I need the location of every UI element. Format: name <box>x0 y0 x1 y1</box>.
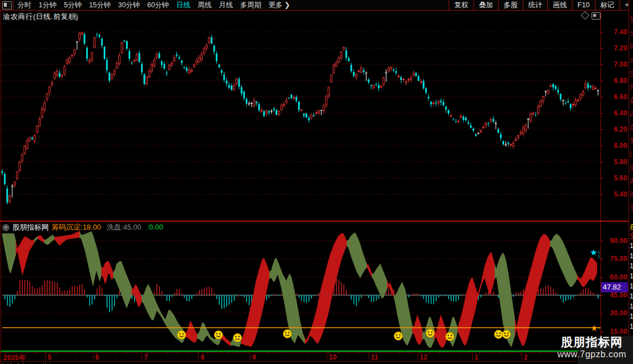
smiley-signal-icon <box>495 330 503 339</box>
week-tick <box>389 353 389 354</box>
week-tick <box>500 353 500 354</box>
clipped-glyph: 手 <box>630 204 633 213</box>
month-divider <box>417 352 418 362</box>
price-label-7.40: 7.40 <box>603 28 627 36</box>
week-tick <box>338 353 339 354</box>
button-多股[interactable]: 多股 <box>498 0 523 10</box>
tab-1分钟[interactable]: 1分钟 <box>39 0 57 10</box>
price-label-7.00: 7.00 <box>603 60 627 68</box>
week-tick <box>258 353 258 354</box>
clipped-glyph: 交 <box>630 69 633 78</box>
week-tick <box>137 353 137 354</box>
clipped-glyph: 换 <box>630 190 633 199</box>
price-label-6.80: 6.80 <box>603 77 627 85</box>
price-label-7.20: 7.20 <box>603 44 627 52</box>
tab-15分钟[interactable]: 15分钟 <box>89 0 111 10</box>
month-divider <box>142 352 142 362</box>
price-label-6.20: 6.20 <box>603 125 627 133</box>
clipped-glyph: 1 <box>630 323 633 332</box>
month-divider <box>198 352 199 362</box>
clipped-glyph: 比 <box>630 150 633 159</box>
indicator-label-60.00: 60.00 <box>603 273 627 281</box>
clipped-right-panel: 势分时成交外盘内盘量比委差换手自交111111111 <box>629 0 633 364</box>
tab-周线[interactable]: 周线 <box>198 0 212 10</box>
week-tick <box>26 353 26 354</box>
trading-terminal-window: 分时1分钟5分钟15分钟30分钟60分钟日线周线月线多周期更多 ❯ 复权叠加多股… <box>0 0 633 364</box>
week-tick <box>238 353 238 354</box>
button-F10[interactable]: F10 <box>572 0 595 10</box>
week-tick <box>409 353 409 354</box>
clipped-glyph: 1 <box>630 312 633 321</box>
tab-日线[interactable]: 日线 <box>176 0 190 10</box>
week-tick <box>540 353 541 354</box>
week-tick <box>278 353 278 354</box>
smiley-signal-icon <box>178 331 186 339</box>
indicator-tick <box>601 259 603 259</box>
split-screen-icon[interactable] <box>2 1 12 10</box>
week-tick <box>308 353 309 354</box>
tab-5分钟[interactable]: 5分钟 <box>64 0 82 10</box>
indicator-tick <box>601 295 603 296</box>
star-note: » <box>598 326 601 330</box>
tab-more[interactable]: 更多 ❯ <box>268 0 290 10</box>
price-tick <box>601 113 603 114</box>
indicator-label-90.00: 90.00 <box>603 237 627 245</box>
tab-30分钟[interactable]: 30分钟 <box>118 0 140 10</box>
clipped-glyph: 时 <box>630 43 633 52</box>
price-tick <box>601 81 603 81</box>
clipped-glyph: 分 <box>630 29 633 38</box>
indicator-tick <box>601 277 603 278</box>
toolbar-right-buttons: 复权叠加多股统计画线F10标记+自选返回 <box>449 0 633 10</box>
month-label-9: 9 <box>252 353 256 361</box>
clipped-glyph: 1 <box>630 252 633 261</box>
tab-月线[interactable]: 月线 <box>219 0 233 10</box>
month-label-6: 6 <box>95 353 99 361</box>
month-divider <box>522 352 522 362</box>
week-tick <box>359 353 359 354</box>
star-note: L <box>598 250 601 254</box>
week-tick <box>590 353 591 354</box>
clipped-glyph: 外 <box>630 83 633 92</box>
candlestick-chart[interactable] <box>1 10 601 221</box>
button-画线[interactable]: 画线 <box>547 0 572 10</box>
watermark-site-name: 股朋指标网 <box>551 335 633 349</box>
indicator-label-45.00: 45.00 <box>603 291 627 299</box>
button-统计[interactable]: 统计 <box>523 0 547 10</box>
week-tick <box>96 353 97 354</box>
panel-divider[interactable] <box>0 221 633 222</box>
button-叠加[interactable]: 叠加 <box>473 0 498 10</box>
star-note: L <box>598 254 601 258</box>
date-axis[interactable] <box>0 352 629 362</box>
price-tick <box>601 162 603 162</box>
week-tick <box>490 353 490 354</box>
indicator-tick <box>601 241 603 241</box>
price-label-5.80: 5.80 <box>603 158 627 166</box>
indicator-label-75.00: 75.00 <box>603 255 627 263</box>
week-tick <box>46 353 46 354</box>
week-tick <box>480 353 480 354</box>
week-tick <box>288 353 288 354</box>
clipped-glyph: 1 <box>630 262 633 271</box>
smiley-signal-icon <box>502 330 511 339</box>
price-tick <box>601 97 603 97</box>
month-label-1: 1 <box>474 353 478 361</box>
month-divider <box>93 352 94 362</box>
price-tick <box>601 32 603 32</box>
price-tick <box>601 64 603 65</box>
tab-60分钟[interactable]: 60分钟 <box>147 0 169 10</box>
button-标记[interactable]: 标记 <box>595 0 620 10</box>
indicator-tick <box>601 332 603 332</box>
month-label-11: 11 <box>371 353 378 361</box>
watermark-url: www.7gpzb.com <box>551 349 633 360</box>
tab-多周期[interactable]: 多周期 <box>240 0 262 10</box>
tab-分时[interactable]: 分时 <box>17 0 31 10</box>
window-frame-left <box>1 0 1 364</box>
indicator-label-15.00: 15.00 <box>603 328 627 335</box>
smiley-signal-icon <box>283 330 292 338</box>
week-tick <box>66 353 67 354</box>
week-tick <box>469 353 470 354</box>
indicator-chart[interactable] <box>1 222 601 351</box>
week-tick <box>318 353 319 354</box>
week-tick <box>510 353 510 354</box>
button-复权[interactable]: 复权 <box>449 0 473 10</box>
